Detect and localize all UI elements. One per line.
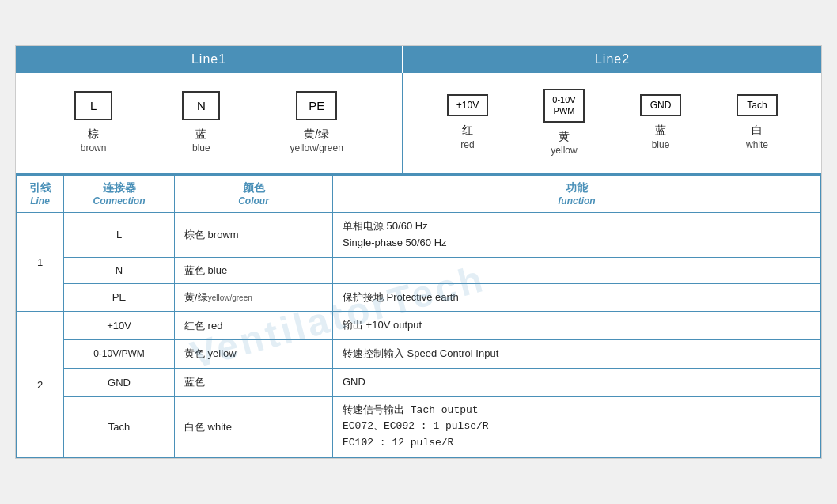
connector-box-GND: GND xyxy=(640,94,681,116)
connector-zh-GND: 蓝 xyxy=(655,123,666,138)
connector-zh-N: 蓝 xyxy=(195,127,206,142)
connector-L: L 棕 brown xyxy=(74,91,112,155)
th-function: 功能 function xyxy=(333,175,821,212)
connector-zh-L: 棕 xyxy=(88,127,99,142)
connector-zh-PE: 黄/绿 xyxy=(304,127,329,142)
connector-zh-pwm: 黄 xyxy=(559,129,570,145)
connector-box-L: L xyxy=(74,91,112,120)
conn-L: L xyxy=(64,212,175,257)
func-PE: 保护接地 Protective earth xyxy=(333,283,821,312)
conn-gnd: GND xyxy=(64,368,175,396)
connector-box-10v: +10V xyxy=(447,94,488,116)
func-L: 单相电源 50/60 Hz Single-phase 50/60 Hz xyxy=(333,212,821,257)
conn-10v: +10V xyxy=(64,312,175,340)
conn-PE: PE xyxy=(64,283,175,312)
func-pwm: 转速控制输入 Speed Control Input xyxy=(333,340,821,369)
table-wrapper: VentilatorTech 引线 Line 连接器 Connection 颜色… xyxy=(16,175,821,458)
table-row: N 蓝色 blue xyxy=(17,257,821,283)
connector-box-pwm: 0-10VPWM xyxy=(543,89,585,123)
main-container: Line1 Line2 L 棕 brown N 蓝 blue xyxy=(15,45,822,459)
table-row: 2 +10V 红色 red 输出 +10V output xyxy=(17,312,821,340)
diagram-line2: +10V 红 red 0-10VPWM 黄 yellow GND 蓝 bl xyxy=(403,73,821,173)
colour-PE: 黄/绿yellow/green xyxy=(175,283,333,312)
connector-en-pwm: yellow xyxy=(551,144,577,157)
connector-box-Tach: Tach xyxy=(737,94,778,116)
diagram-line1: L 棕 brown N 蓝 blue PE 黄/绿 yellow/gree xyxy=(16,73,403,173)
th-line: 引线 Line xyxy=(17,175,64,212)
table-row: GND 蓝色 GND xyxy=(17,368,821,396)
func-N xyxy=(333,257,821,283)
diagram-row: L 棕 brown N 蓝 blue PE 黄/绿 yellow/gree xyxy=(16,73,821,175)
header-line1: Line1 xyxy=(16,46,403,73)
connector-en-PE: yellow/green xyxy=(290,142,343,155)
header-row: Line1 Line2 xyxy=(16,46,821,73)
connector-GND: GND 蓝 blue xyxy=(640,94,681,151)
connector-en-10v: red xyxy=(460,138,474,152)
connector-N: N 蓝 blue xyxy=(182,91,220,155)
header-line2: Line2 xyxy=(403,46,821,73)
colour-tach: 白色 white xyxy=(175,396,333,457)
colour-10v: 红色 red xyxy=(175,312,333,340)
func-gnd: GND xyxy=(333,368,821,396)
line-num-2: 2 xyxy=(17,312,64,458)
th-connection: 连接器 Connection xyxy=(64,175,175,212)
connector-pwm: 0-10VPWM 黄 yellow xyxy=(543,89,585,157)
conn-tach: Tach xyxy=(64,396,175,457)
table-header-row: 引线 Line 连接器 Connection 颜色 Colour 功能 func… xyxy=(17,175,821,212)
connector-en-Tach: white xyxy=(746,138,768,152)
connector-box-PE: PE xyxy=(296,91,337,120)
table-row: Tach 白色 white 转速信号输出 Tach output EC072、E… xyxy=(17,396,821,457)
connector-en-GND: blue xyxy=(652,138,670,152)
table-row: 1 L 棕色 browm 单相电源 50/60 Hz Single-phase … xyxy=(17,212,821,257)
connector-box-N: N xyxy=(182,91,220,120)
connector-PE: PE 黄/绿 yellow/green xyxy=(290,91,343,155)
connector-10v: +10V 红 red xyxy=(447,94,488,151)
line-num-1: 1 xyxy=(17,212,64,311)
table-row: 0-10V/PWM 黄色 yellow 转速控制输入 Speed Control… xyxy=(17,340,821,369)
table-row: PE 黄/绿yellow/green 保护接地 Protective earth xyxy=(17,283,821,312)
colour-L: 棕色 browm xyxy=(175,212,333,257)
func-tach: 转速信号输出 Tach output EC072、EC092 : 1 pulse… xyxy=(333,396,821,457)
colour-pwm: 黄色 yellow xyxy=(175,340,333,369)
func-10v: 输出 +10V output xyxy=(333,312,821,340)
colour-gnd: 蓝色 xyxy=(175,368,333,396)
connector-en-N: blue xyxy=(192,142,210,155)
connector-Tach: Tach 白 white xyxy=(737,94,778,151)
data-table: 引线 Line 连接器 Connection 颜色 Colour 功能 func… xyxy=(16,175,821,458)
conn-pwm: 0-10V/PWM xyxy=(64,340,175,369)
connector-en-L: brown xyxy=(81,142,107,155)
conn-N: N xyxy=(64,257,175,283)
connector-zh-10v: 红 xyxy=(462,123,473,138)
connector-zh-Tach: 白 xyxy=(752,123,763,138)
colour-N: 蓝色 blue xyxy=(175,257,333,283)
th-colour: 颜色 Colour xyxy=(175,175,333,212)
